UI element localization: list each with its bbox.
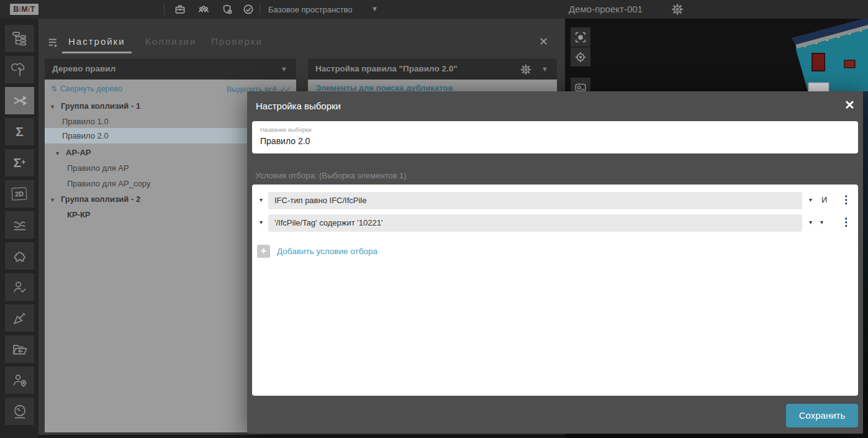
- sigma-glyph: Σ: [16, 124, 24, 139]
- sidebar-item-2d[interactable]: 2D: [5, 180, 34, 208]
- tab-checks[interactable]: Проверки: [211, 36, 263, 47]
- condition-row: ▾ '/IfcPile/Tag' содержит '10221' ▾ ▾ ⋮: [252, 214, 858, 232]
- shield-status-icon[interactable]: [221, 3, 233, 16]
- active-tab-underline: [62, 52, 132, 53]
- rule-settings-header[interactable]: Настройка правила "Правило 2.0" ▼: [308, 58, 557, 80]
- chevron-down-icon[interactable]: ▼: [371, 5, 378, 12]
- rules-tree-header[interactable]: Дерево правил ▼: [45, 58, 296, 80]
- chevron-down-icon[interactable]: ▼: [541, 58, 548, 80]
- waves-icon: [11, 216, 29, 234]
- divider: [260, 4, 260, 15]
- divider: [164, 4, 165, 15]
- close-icon[interactable]: ✕: [539, 35, 548, 48]
- selection-settings-modal: Настройка выборки ✕ Название выборки Пра…: [247, 91, 863, 434]
- caret-down-icon[interactable]: ▾: [809, 196, 812, 203]
- target-icon: [574, 50, 587, 64]
- updown-arrows-icon: ⇅: [51, 84, 57, 93]
- sidebar-item-structure[interactable]: [5, 56, 34, 83]
- sidebar-item-plugins[interactable]: [5, 242, 34, 270]
- caret-down-icon: ▾: [56, 145, 66, 161]
- sidebar-item-charts[interactable]: [5, 211, 34, 239]
- plus-icon[interactable]: +: [257, 245, 270, 258]
- top-bar: BiMiT Базовое пространство ▼: [0, 0, 868, 19]
- sidebar-item-sum-plus[interactable]: Σ+: [5, 149, 34, 176]
- sigma-plus-glyph: Σ+: [13, 155, 25, 170]
- sidebar-item-user-check[interactable]: [5, 273, 34, 301]
- selection-name-value[interactable]: Правило 2.0: [260, 136, 310, 146]
- tab-settings[interactable]: Настройки: [68, 36, 125, 47]
- project-title: Демо-проект-001: [569, 4, 643, 14]
- close-icon[interactable]: ✕: [844, 98, 855, 112]
- briefcase-icon[interactable]: [174, 3, 186, 16]
- target-button[interactable]: [571, 47, 590, 66]
- folder-arrow-icon: [11, 340, 29, 358]
- add-condition-row: + Добавить условие отбора: [252, 244, 858, 259]
- conditions-section-label: Условия отбора: (Выборка элементов 1): [255, 171, 407, 180]
- user-check-icon: [11, 278, 29, 296]
- save-button[interactable]: Сохранить: [786, 404, 858, 427]
- collapse-tree-link[interactable]: ⇅Свернуть дерево: [51, 84, 122, 93]
- project-settings-gear-icon[interactable]: [671, 2, 684, 16]
- sidebar-item-model-tree[interactable]: [5, 25, 34, 52]
- sidebar-item-dashboard[interactable]: [5, 398, 34, 425]
- tree-icon: [11, 61, 29, 78]
- app-root: BiMiT Базовое пространство ▼: [0, 0, 868, 438]
- trowel-icon: [11, 309, 29, 327]
- fit-view-icon: [574, 30, 587, 44]
- gauge-icon: [11, 403, 29, 420]
- sidebar-item-user-location[interactable]: [5, 367, 34, 394]
- sidebar-item-sum[interactable]: Σ: [5, 118, 34, 145]
- caret-down-icon[interactable]: ▾: [820, 219, 823, 226]
- caret-down-icon[interactable]: ▾: [260, 196, 263, 203]
- left-toolbar: Σ Σ+ 2D: [0, 19, 38, 438]
- selection-name-field[interactable]: Название выборки Правило 2.0: [252, 121, 858, 153]
- condition-expression[interactable]: '/IfcPile/Tag' содержит '10221': [268, 214, 802, 232]
- kebab-menu-icon[interactable]: ⋮: [841, 193, 851, 206]
- sidebar-item-export[interactable]: [5, 335, 34, 363]
- fit-view-button[interactable]: [571, 27, 590, 47]
- selection-name-label: Название выборки: [260, 126, 311, 133]
- hierarchy-icon: [11, 30, 29, 47]
- condition-row: ▾ IFC-тип равно IFC/IfcPile ▾ И ⋮: [252, 192, 858, 209]
- bimit-logo: BiMiT: [10, 4, 38, 15]
- caret-down-icon[interactable]: ▾: [809, 219, 812, 226]
- 2d-glyph: 2D: [12, 187, 27, 200]
- modal-title: Настройка выборки: [256, 101, 341, 111]
- condition-joiner[interactable]: И: [821, 195, 827, 204]
- chevron-down-icon[interactable]: ▼: [281, 58, 287, 80]
- user-pin-icon: [11, 372, 29, 389]
- caret-down-icon[interactable]: ▾: [260, 219, 263, 226]
- workspace-selector[interactable]: Базовое пространство: [268, 5, 353, 14]
- rule-gear-icon[interactable]: [520, 63, 532, 75]
- add-condition-link[interactable]: Добавить условие отбора: [277, 247, 377, 256]
- sidebar-item-collisions[interactable]: [5, 87, 34, 114]
- caret-down-icon: ▾: [51, 192, 61, 208]
- collapse-panel-icon[interactable]: [47, 36, 61, 50]
- kebab-menu-icon[interactable]: ⋮: [841, 216, 851, 229]
- team-icon[interactable]: [197, 3, 210, 16]
- shuffle-icon: [11, 92, 29, 109]
- caret-down-icon: ▾: [51, 99, 61, 114]
- sidebar-item-construction[interactable]: [5, 304, 34, 332]
- condition-expression[interactable]: IFC-тип равно IFC/IfcPile: [268, 192, 802, 209]
- tab-collisions[interactable]: Коллизии: [145, 36, 196, 47]
- check-circle-icon[interactable]: [242, 3, 255, 16]
- puzzle-icon: [11, 247, 29, 265]
- conditions-card: ▾ IFC-тип равно IFC/IfcPile ▾ И ⋮ ▾ '/If…: [252, 185, 858, 396]
